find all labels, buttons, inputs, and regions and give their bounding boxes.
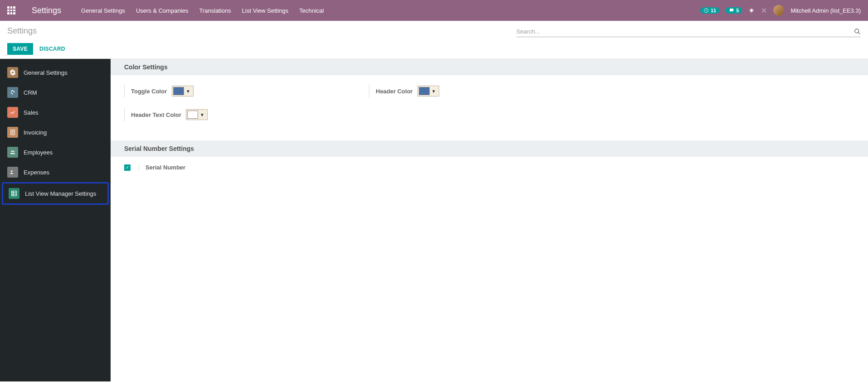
chart-icon: [7, 107, 18, 118]
sidebar-item-label: Expenses: [24, 169, 49, 176]
close-icon[interactable]: ✕: [761, 6, 767, 15]
sidebar-item-label: Invoicing: [24, 129, 47, 136]
nav-list-view-settings[interactable]: List View Settings: [242, 7, 288, 14]
sidebar-item-label: General Settings: [24, 69, 68, 76]
money-icon: [7, 167, 18, 178]
serial-number-checkbox[interactable]: ✓: [124, 164, 131, 171]
user-name[interactable]: Mitchell Admin (list_EE3.3): [790, 7, 861, 14]
chevron-down-icon: ▼: [198, 112, 206, 117]
subheader: Settings SAVE DISCARD: [0, 21, 868, 59]
sidebar-item-invoicing[interactable]: Invoicing: [0, 122, 111, 142]
nav-translations[interactable]: Translations: [199, 7, 231, 14]
search-icon[interactable]: [854, 28, 861, 35]
apps-icon[interactable]: [7, 6, 15, 14]
nav-general-settings[interactable]: General Settings: [81, 7, 125, 14]
serial-settings-header: Serial Number Settings: [111, 140, 868, 157]
subheader-left: Settings SAVE DISCARD: [7, 26, 65, 55]
header-text-color-label: Header Text Color: [131, 111, 181, 118]
messages-count: 5: [736, 8, 739, 13]
svg-point-2: [855, 29, 859, 33]
discard-button[interactable]: DISCARD: [39, 46, 65, 52]
header-color-swatch: [419, 87, 430, 95]
clock-icon: [703, 8, 709, 13]
serial-number-label: Serial Number: [139, 164, 185, 171]
header-text-color-picker[interactable]: ▼: [186, 109, 208, 120]
header-color-picker[interactable]: ▼: [417, 86, 439, 96]
serial-number-row: ✓ Serial Number: [111, 157, 868, 178]
nav-users-companies[interactable]: Users & Companies: [136, 7, 189, 14]
nav-right: 11 5 ✕ Mitchell Admin (list_EE3.3): [700, 5, 861, 16]
messages-badge[interactable]: 5: [726, 7, 742, 14]
chevron-down-icon: ▼: [430, 89, 438, 94]
sidebar-item-list-view-manager[interactable]: List View Manager Settings: [2, 182, 109, 205]
color-settings-body: Toggle Color ▼ Header Text Color ▼ H: [111, 75, 868, 140]
svg-point-1: [750, 9, 753, 12]
breadcrumb: Settings: [7, 26, 65, 36]
svg-point-10: [11, 170, 13, 172]
brand-title: Settings: [32, 6, 61, 15]
main-layout: General Settings CRM Sales Invoicing Emp…: [0, 59, 868, 381]
nav-menu: General Settings Users & Companies Trans…: [81, 7, 700, 14]
sidebar-item-employees[interactable]: Employees: [0, 142, 111, 162]
sidebar-item-label: Sales: [24, 109, 39, 116]
toggle-color-field: Toggle Color ▼: [124, 84, 324, 98]
sidebar-item-general-settings[interactable]: General Settings: [0, 63, 111, 82]
settings-sidebar: General Settings CRM Sales Invoicing Emp…: [0, 59, 111, 381]
header-color-field: Header Color ▼: [369, 84, 439, 98]
chat-icon: [729, 8, 734, 13]
chevron-down-icon: ▼: [184, 89, 192, 94]
svg-point-8: [11, 150, 13, 152]
toggle-color-picker[interactable]: ▼: [172, 86, 194, 96]
svg-point-9: [13, 151, 15, 152]
sidebar-item-sales[interactable]: Sales: [0, 102, 111, 122]
header-text-color-swatch: [187, 111, 198, 119]
people-icon: [7, 147, 18, 158]
settings-content: Color Settings Toggle Color ▼ Header Tex…: [111, 59, 868, 381]
svg-line-3: [858, 32, 860, 34]
header-color-label: Header Color: [376, 88, 413, 95]
toggle-color-swatch: [173, 87, 184, 95]
svg-rect-11: [12, 191, 17, 196]
action-buttons: SAVE DISCARD: [7, 43, 65, 55]
sidebar-item-expenses[interactable]: Expenses: [0, 162, 111, 182]
search-input[interactable]: [516, 28, 850, 35]
user-avatar[interactable]: [773, 5, 784, 16]
handshake-icon: [7, 87, 18, 98]
search-container: [516, 26, 861, 37]
save-button[interactable]: SAVE: [7, 43, 33, 55]
document-icon: [7, 127, 18, 138]
toggle-color-label: Toggle Color: [131, 88, 167, 95]
sidebar-item-label: List View Manager Settings: [25, 190, 96, 197]
debug-icon[interactable]: [748, 7, 755, 14]
nav-technical[interactable]: Technical: [299, 7, 324, 14]
activity-count: 11: [711, 8, 716, 13]
list-icon: [9, 188, 19, 199]
activity-badge[interactable]: 11: [700, 7, 719, 14]
sidebar-item-crm[interactable]: CRM: [0, 82, 111, 102]
header-text-color-field: Header Text Color ▼: [124, 108, 324, 121]
sidebar-item-label: Employees: [24, 149, 53, 156]
sidebar-item-label: CRM: [24, 89, 37, 96]
bug-icon: [748, 7, 755, 14]
gear-icon: [7, 67, 18, 78]
color-settings-header: Color Settings: [111, 59, 868, 75]
top-navbar: Settings General Settings Users & Compan…: [0, 0, 868, 21]
